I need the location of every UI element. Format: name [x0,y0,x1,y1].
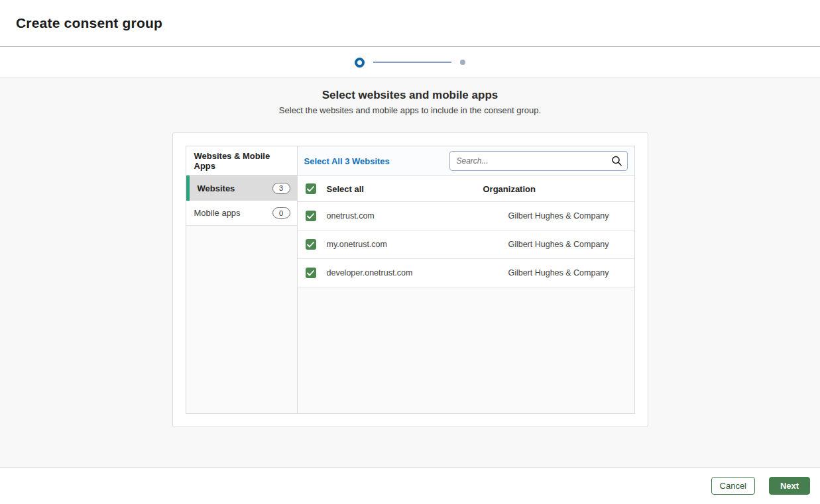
wizard-stepper-band [0,47,820,78]
row-checkbox-cell [298,239,327,250]
sidebar-header: Websites & Mobile Apps [186,146,297,176]
row-checkbox[interactable] [306,239,316,250]
stepper-connector-line [373,62,451,63]
step-subtitle: Select the websites and mobile apps to i… [0,105,820,115]
search-input[interactable] [449,151,628,171]
sidebar-item-mobile-apps[interactable]: Mobile apps 0 [186,201,297,226]
select-all-column-header: Select all [327,184,483,194]
sidebar-item-label: Websites [198,183,235,193]
step-title: Select websites and mobile apps [0,89,820,102]
main-content: Select websites and mobile apps Select t… [0,78,820,467]
website-organization: Gilbert Hughes & Company [483,268,634,277]
websites-count-badge: 3 [272,183,290,194]
row-checkbox-cell [298,268,327,278]
category-sidebar: Websites & Mobile Apps Websites 3 Mobile… [186,146,298,414]
website-organization: Gilbert Hughes & Company [483,211,634,221]
website-name: developer.onetrust.com [327,268,483,277]
selection-panel: Websites & Mobile Apps Websites 3 Mobile… [172,132,648,427]
table-row[interactable]: my.onetrust.com Gilbert Hughes & Company [298,230,634,259]
sidebar-item-label: Mobile apps [194,208,241,218]
dialog-footer: Cancel Next [0,467,820,504]
row-checkbox[interactable] [306,211,316,221]
sidebar-header-label: Websites & Mobile Apps [194,151,289,171]
mobile-apps-count-badge: 0 [272,207,290,219]
page-title: Create consent group [16,15,162,31]
select-all-checkbox[interactable] [306,183,316,194]
row-checkbox[interactable] [306,268,316,278]
next-button[interactable]: Next [769,477,810,495]
cancel-button[interactable]: Cancel [711,477,755,495]
organization-column-header: Organization [483,184,634,194]
table-row[interactable]: onetrust.com Gilbert Hughes & Company [298,202,634,230]
wizard-stepper [355,58,465,68]
table-header-row: Select all Organization [298,176,634,202]
search-icon[interactable] [611,156,622,167]
header-checkbox-cell [298,183,327,194]
step-2-inactive-icon[interactable] [460,60,465,65]
table-empty-area [298,287,634,413]
sidebar-empty-area [186,226,297,413]
website-organization: Gilbert Hughes & Company [483,240,634,249]
table-row[interactable]: developer.onetrust.com Gilbert Hughes & … [298,259,634,287]
row-checkbox-cell [298,211,327,221]
website-name: onetrust.com [327,211,483,221]
step-1-active-icon[interactable] [355,58,365,68]
sidebar-item-websites[interactable]: Websites 3 [186,176,297,201]
selected-indicator-bar [186,176,190,201]
search-field-wrapper [449,151,628,171]
dialog-header: Create consent group [0,0,820,47]
create-consent-group-dialog: Create consent group Select websites and… [0,0,820,504]
websites-table: Select All 3 Websites [298,146,635,414]
step-intro: Select websites and mobile apps Select t… [0,89,820,115]
table-toolbar: Select All 3 Websites [298,146,634,176]
website-name: my.onetrust.com [327,240,483,249]
select-all-websites-link[interactable]: Select All 3 Websites [304,156,390,166]
